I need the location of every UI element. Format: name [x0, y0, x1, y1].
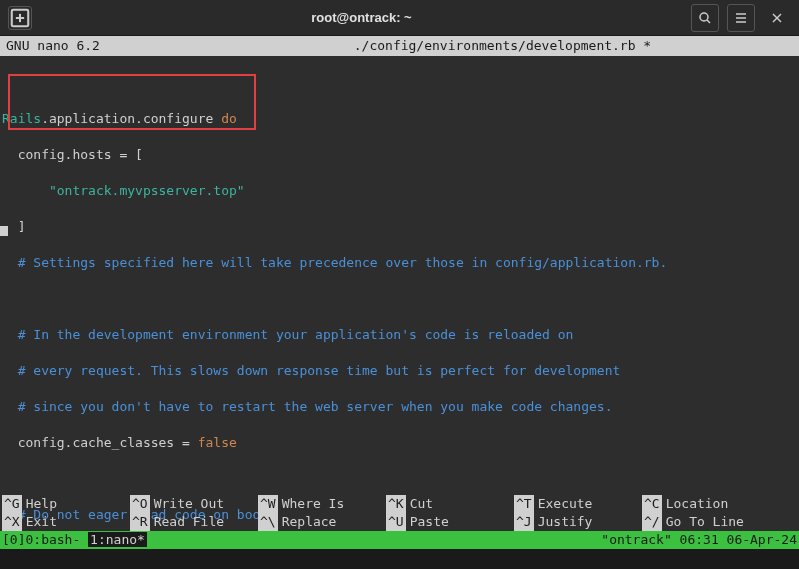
nano-shortcuts: ^GHelp^OWrite Out^WWhere Is^KCut^TExecut…: [0, 495, 799, 531]
editor-content[interactable]: Rails.application.configure do config.ho…: [0, 56, 799, 569]
shortcut-key: ^K: [386, 495, 406, 513]
tmux-statusbar[interactable]: [0] 0:bash- 1:nano* "ontrack" 06:31 06-A…: [0, 531, 799, 549]
shortcut-item: ^CLocation: [642, 495, 770, 513]
shortcut-item: ^XExit: [2, 513, 130, 531]
shortcut-key: ^O: [130, 495, 150, 513]
shortcut-key: ^X: [2, 513, 22, 531]
tmux-clock: 06:31 06-Apr-24: [680, 532, 797, 547]
window-title: root@ontrack: ~: [32, 10, 691, 25]
shortcut-label: Where Is: [278, 495, 345, 513]
shortcut-item: ^/Go To Line: [642, 513, 770, 531]
close-button[interactable]: [763, 4, 791, 32]
shortcut-key: ^R: [130, 513, 150, 531]
shortcut-key: ^\: [258, 513, 278, 531]
search-button[interactable]: [691, 4, 719, 32]
svg-line-4: [707, 20, 710, 23]
shortcut-key: ^U: [386, 513, 406, 531]
shortcut-key: ^/: [642, 513, 662, 531]
shortcut-key: ^T: [514, 495, 534, 513]
shortcut-label: Paste: [406, 513, 449, 531]
bottom-padding: [0, 549, 799, 569]
shortcut-item: ^TExecute: [514, 495, 642, 513]
shortcut-item: ^RRead File: [130, 513, 258, 531]
new-tab-button[interactable]: [8, 6, 32, 30]
shortcut-key: ^J: [514, 513, 534, 531]
shortcut-key: ^W: [258, 495, 278, 513]
shortcut-item: ^KCut: [386, 495, 514, 513]
nano-header: GNU nano 6.2 ./config/environments/devel…: [0, 36, 799, 56]
svg-point-3: [700, 13, 708, 21]
nano-version: GNU nano 6.2: [4, 37, 100, 55]
tmux-session: [0]: [2, 531, 25, 549]
shortcut-item: ^\Replace: [258, 513, 386, 531]
shortcut-item: ^UPaste: [386, 513, 514, 531]
shortcut-item: ^WWhere Is: [258, 495, 386, 513]
shortcut-label: Execute: [534, 495, 593, 513]
shortcut-label: Exit: [22, 513, 57, 531]
tmux-hostname: "ontrack": [601, 532, 679, 547]
shortcut-label: Location: [662, 495, 729, 513]
shortcut-label: Cut: [406, 495, 433, 513]
shortcut-label: Help: [22, 495, 57, 513]
shortcut-item: ^JJustify: [514, 513, 642, 531]
shortcut-label: Replace: [278, 513, 337, 531]
shortcut-key: ^G: [2, 495, 22, 513]
shortcut-item: ^OWrite Out: [130, 495, 258, 513]
shortcut-label: Write Out: [150, 495, 224, 513]
shortcut-label: Go To Line: [662, 513, 744, 531]
nano-filename: ./config/environments/development.rb *: [100, 37, 795, 55]
shortcut-label: Justify: [534, 513, 593, 531]
shortcut-label: Read File: [150, 513, 224, 531]
window-titlebar: root@ontrack: ~: [0, 0, 799, 36]
tmux-tab-nano[interactable]: 1:nano*: [88, 532, 147, 547]
tmux-tab-bash[interactable]: 0:bash-: [25, 532, 88, 547]
shortcut-item: ^GHelp: [2, 495, 130, 513]
shortcut-key: ^C: [642, 495, 662, 513]
cursor-indicator: [0, 226, 8, 236]
menu-button[interactable]: [727, 4, 755, 32]
